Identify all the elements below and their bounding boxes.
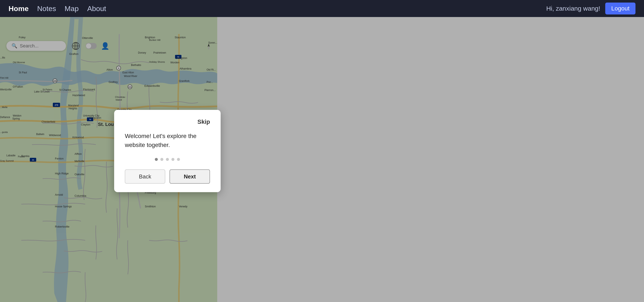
dot-3 [166,158,169,161]
skip-button[interactable]: Skip [198,119,210,125]
nav-links: Home Notes Map About [8,4,106,13]
nav-about[interactable]: About [87,4,106,13]
dot-2 [160,158,163,161]
modal-body: Welcome! Let's explore the website toget… [125,132,210,150]
nav-notes[interactable]: Notes [37,4,56,13]
sidebar [217,17,644,302]
progress-dots [125,158,210,161]
dot-1 [155,158,158,161]
next-button[interactable]: Next [170,169,210,184]
back-button[interactable]: Back [125,169,165,184]
dot-5 [177,158,180,161]
nav-map[interactable]: Map [64,4,78,13]
welcome-text: Welcome! Let's explore the website toget… [125,132,210,150]
dot-4 [172,158,174,161]
modal-header: Skip [125,119,210,125]
nav-home[interactable]: Home [8,4,28,13]
user-greeting: Hi, zanxiang wang! [546,5,600,12]
modal-dialog: Skip Welcome! Let's explore the website … [114,110,221,192]
nav-right: Hi, zanxiang wang! Logout [546,2,636,14]
navbar: Home Notes Map About Hi, zanxiang wang! … [0,0,644,17]
modal-footer: Back Next [125,169,210,184]
logout-button[interactable]: Logout [605,2,636,14]
